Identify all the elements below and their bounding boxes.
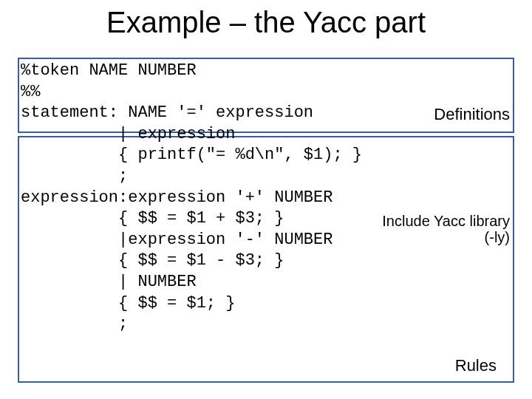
slide-title: Example – the Yacc part [0, 0, 532, 45]
label-include: Include Yacc library (-ly) [382, 213, 510, 245]
label-include-line1: Include Yacc library [382, 213, 510, 229]
code-block: %token NAME NUMBER %% statement: NAME '=… [21, 61, 511, 335]
label-include-line2: (-ly) [485, 229, 510, 245]
label-rules: Rules [455, 356, 497, 375]
label-definitions: Definitions [434, 105, 510, 124]
